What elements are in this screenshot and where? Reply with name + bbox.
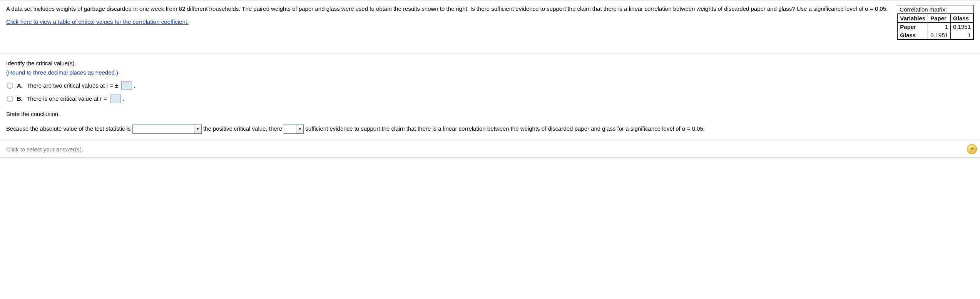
comparison-dropdown[interactable]: ▼	[132, 125, 202, 134]
q1-rounding-note: (Round to three decimal places as needed…	[6, 68, 974, 77]
option-b-text-after: .	[122, 95, 124, 102]
footer-hint: Click to select your answer(s).	[6, 146, 83, 153]
matrix-title: Correlation matrix:	[897, 5, 973, 14]
option-a-text-before: There are two critical values at r = ±	[27, 82, 118, 89]
sufficiency-dropdown[interactable]: ▼	[284, 125, 304, 134]
help-icon: ?	[970, 146, 973, 153]
problem-main-text: A data set includes weights of garbage d…	[6, 5, 888, 12]
chevron-down-icon: ▼	[194, 125, 201, 133]
matrix-cell: 0.1951	[928, 31, 951, 40]
sufficiency-dropdown-value	[284, 129, 296, 130]
matrix-cell: 1	[951, 31, 973, 40]
chevron-down-icon: ▼	[296, 125, 303, 133]
matrix-row-label: Paper	[898, 23, 928, 31]
matrix-row-label: Glass	[898, 31, 928, 40]
footer-bar: Click to select your answer(s). ?	[0, 141, 980, 158]
option-a-input[interactable]	[121, 81, 132, 90]
q2-block: State the conclusion. Because the absolu…	[6, 110, 974, 134]
option-a-row: A. There are two critical values at r = …	[7, 81, 974, 90]
critical-values-link[interactable]: Click here to view a table of critical v…	[6, 18, 189, 25]
matrix-header-glass: Glass	[951, 14, 973, 23]
option-b-input[interactable]	[110, 95, 121, 103]
matrix-row-glass: Glass 0.1951 1	[898, 31, 973, 40]
q1-options: A. There are two critical values at r = …	[7, 81, 974, 103]
matrix-row-paper: Paper 1 0.1951	[898, 23, 973, 31]
matrix-header-paper: Paper	[928, 14, 951, 23]
option-b-text-before: There is one critical value at r =	[27, 95, 107, 102]
matrix-header-row: Variables Paper Glass	[898, 14, 973, 23]
matrix-header-variables: Variables	[898, 14, 928, 23]
option-a-radio[interactable]	[7, 83, 13, 89]
q1-prompt: Identify the critical value(s).	[6, 59, 974, 68]
q2-sentence: Because the absolute value of the test s…	[6, 124, 974, 134]
q2-seg1: Because the absolute value of the test s…	[6, 125, 131, 132]
correlation-matrix: Correlation matrix: Variables Paper Glas…	[897, 5, 974, 40]
matrix-cell: 0.1951	[951, 23, 973, 31]
option-a-letter: A.	[17, 81, 23, 90]
option-b-letter: B.	[17, 94, 23, 103]
matrix-cell: 1	[928, 23, 951, 31]
q2-prompt: State the conclusion.	[6, 110, 974, 119]
problem-text-block: A data set includes weights of garbage d…	[6, 5, 897, 26]
help-button[interactable]: ?	[967, 144, 977, 154]
q2-seg2: the positive critical value, there	[203, 125, 282, 132]
problem-header-row: A data set includes weights of garbage d…	[0, 0, 980, 44]
option-b-radio[interactable]	[7, 96, 13, 102]
comparison-dropdown-value	[133, 129, 194, 130]
matrix-table: Variables Paper Glass Paper 1 0.1951 Gla…	[897, 14, 973, 40]
page-container: A data set includes weights of garbage d…	[0, 0, 980, 158]
option-a-text-after: .	[134, 82, 135, 89]
q2-seg3: sufficient evidence to support the claim…	[305, 125, 705, 132]
option-b-row: B. There is one critical value at r = .	[7, 94, 974, 103]
question-area: Identify the critical value(s). (Round t…	[0, 53, 980, 141]
